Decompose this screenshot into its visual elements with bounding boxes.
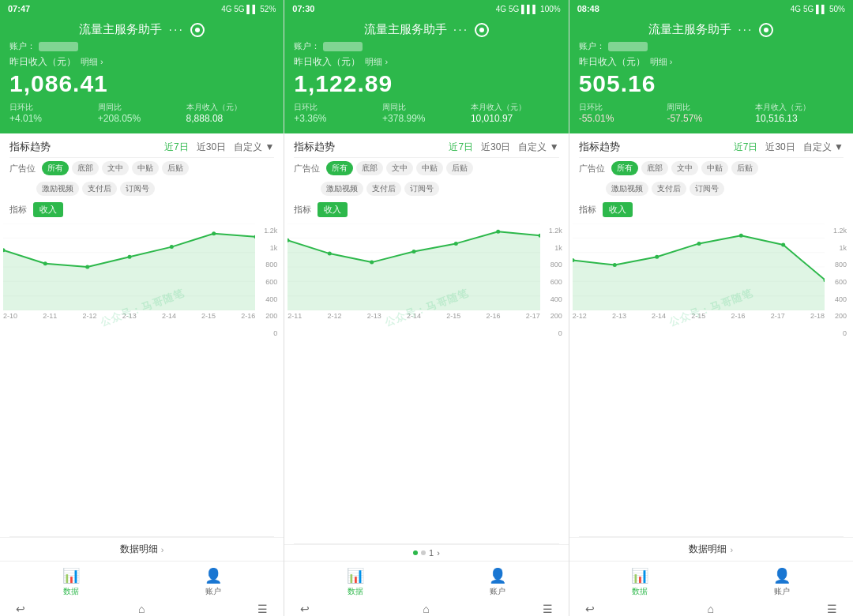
nav-item-账户[interactable]: 👤 账户 [426, 562, 569, 602]
x-label: 2-16 [486, 312, 500, 323]
filter-btn-extra-2[interactable]: 订阅号 [404, 182, 439, 196]
stats-row: 日环比 -55.01% 周同比 -57.57% 本月收入（元） 10,516.1… [579, 102, 844, 124]
nav-item-数据[interactable]: 📊 数据 [0, 562, 142, 602]
section-title: 指标趋势 [9, 140, 51, 154]
nav-item-数据[interactable]: 📊 数据 [284, 562, 426, 602]
filter-btn-extra-1[interactable]: 支付后 [366, 182, 401, 196]
tab-custom[interactable]: 自定义 ▼ [234, 141, 274, 154]
x-label: 2-11 [43, 312, 57, 323]
filter-btn-extra-0[interactable]: 激励视频 [321, 182, 363, 196]
filter-btn-4[interactable]: 后贴 [731, 161, 758, 175]
filter-btn-1[interactable]: 底部 [356, 161, 383, 175]
dot-active [413, 550, 418, 555]
stat-value: 10,516.13 [755, 113, 844, 124]
y-label: 800 [551, 261, 562, 269]
filter-btn-0[interactable]: 所有 [326, 161, 353, 175]
filter-btn-extra-1[interactable]: 支付后 [652, 182, 686, 196]
target-icon[interactable] [190, 23, 205, 37]
nav-item-数据[interactable]: 📊 数据 [569, 562, 712, 602]
filter-btn-1[interactable]: 底部 [641, 161, 668, 175]
stat-item: 本月收入（元） 10,516.13 [755, 102, 844, 124]
filter-btn-2[interactable]: 文中 [671, 161, 698, 175]
filter-btn-extra-0[interactable]: 激励视频 [36, 182, 79, 196]
menu-btn[interactable]: ☰ [543, 603, 553, 615]
bottom-action[interactable]: 数据明细 › [0, 537, 284, 561]
nav-item-账户[interactable]: 👤 账户 [711, 562, 853, 602]
stat-item: 日环比 +3.36% [294, 102, 382, 124]
menu-btn[interactable]: ☰ [827, 603, 837, 615]
filter-btn-3[interactable]: 中贴 [701, 161, 728, 175]
y-label: 400 [265, 295, 277, 303]
back-btn[interactable]: ↩ [585, 603, 595, 615]
home-btn[interactable]: ⌂ [708, 603, 714, 615]
home-btn[interactable]: ⌂ [138, 603, 145, 615]
tab-30day[interactable]: 近30日 [481, 141, 510, 154]
detail-link[interactable]: 明细 › [365, 56, 388, 68]
metric-row: 指标 收入 [284, 199, 568, 220]
back-btn[interactable]: ↩ [16, 603, 25, 615]
filter-btn-extra-2[interactable]: 订阅号 [120, 182, 155, 196]
detail-link[interactable]: 明细 › [81, 56, 103, 68]
metric-value-btn[interactable]: 收入 [318, 202, 348, 217]
tab-30day[interactable]: 近30日 [197, 141, 226, 154]
menu-dots[interactable]: ··· [168, 23, 183, 37]
stat-label: 本月收入（元） [471, 102, 559, 113]
target-icon[interactable] [759, 23, 773, 37]
nav-item-账户[interactable]: 👤 账户 [142, 562, 284, 602]
filter-btn-3[interactable]: 中贴 [132, 161, 159, 175]
tab-7day[interactable]: 近7日 [449, 141, 473, 154]
svg-point-26 [497, 230, 501, 234]
back-btn[interactable]: ↩ [300, 603, 310, 615]
yesterday-row: 昨日收入（元） 明细 › [294, 55, 558, 69]
nav-label: 账户 [490, 586, 505, 597]
home-btn[interactable]: ⌂ [423, 603, 429, 615]
y-label: 0 [558, 329, 562, 337]
page-arrow[interactable]: › [437, 548, 440, 558]
metric-value-btn[interactable]: 收入 [33, 202, 63, 217]
target-icon[interactable] [475, 23, 489, 37]
filter-label: 广告位 [579, 163, 605, 175]
detail-link[interactable]: 明细 › [650, 56, 673, 68]
tab-custom[interactable]: 自定义 ▼ [518, 141, 558, 154]
page-number: 1 [429, 548, 434, 558]
filter-btn-extra-0[interactable]: 激励视频 [606, 182, 648, 196]
filter-btn-0[interactable]: 所有 [611, 161, 638, 175]
stat-value: -57.57% [667, 113, 755, 124]
filter-btn-4[interactable]: 后贴 [162, 161, 189, 175]
filter-btn-2[interactable]: 文中 [386, 161, 413, 175]
menu-dots[interactable]: ··· [453, 23, 468, 37]
x-label: 2-15 [691, 312, 705, 323]
bottom-action[interactable]: 数据明细 › [569, 537, 853, 561]
stat-label: 周同比 [98, 102, 186, 113]
y-label: 600 [835, 278, 847, 286]
filter-btn-0[interactable]: 所有 [42, 161, 69, 175]
filter-btn-4[interactable]: 后贴 [446, 161, 473, 175]
filter-btn-extra-2[interactable]: 订阅号 [690, 182, 724, 196]
metric-row: 指标 收入 [569, 199, 853, 220]
filter-row: 广告位 所有底部文中中贴后贴 [569, 158, 853, 178]
tab-7day[interactable]: 近7日 [734, 141, 758, 154]
filter-btn-3[interactable]: 中贴 [416, 161, 443, 175]
filter-row-2: 激励视频支付后订阅号 [569, 178, 853, 199]
x-label: 2-12 [328, 312, 342, 323]
filter-btn-1[interactable]: 底部 [72, 161, 99, 175]
menu-btn[interactable]: ☰ [257, 603, 268, 615]
x-label: 2-17 [526, 312, 540, 323]
stat-label: 周同比 [382, 102, 471, 113]
phone-panel-3: 08:48 4G 5G ▌▌ 50% 流量主服务助手 ··· 账户： 昨日收入（… [569, 0, 853, 616]
filter-btn-2[interactable]: 文中 [102, 161, 129, 175]
tabs-row: 近7日 近30日 自定义 ▼ [449, 141, 558, 154]
gesture-bar: ↩ ⌂ ☰ [0, 602, 284, 616]
tab-custom[interactable]: 自定义 ▼ [803, 141, 844, 154]
tab-30day[interactable]: 近30日 [765, 141, 795, 154]
account-row: 账户： [579, 40, 844, 52]
stat-label: 日环比 [294, 102, 382, 113]
stat-item: 本月收入（元） 10,010.97 [471, 102, 559, 124]
stat-value: +3.36% [294, 113, 382, 124]
metric-value-btn[interactable]: 收入 [603, 202, 633, 217]
tab-7day[interactable]: 近7日 [164, 141, 189, 154]
y-label: 0 [273, 329, 277, 337]
gesture-bar: ↩ ⌂ ☰ [569, 602, 853, 616]
filter-btn-extra-1[interactable]: 支付后 [82, 182, 117, 196]
menu-dots[interactable]: ··· [738, 23, 753, 37]
